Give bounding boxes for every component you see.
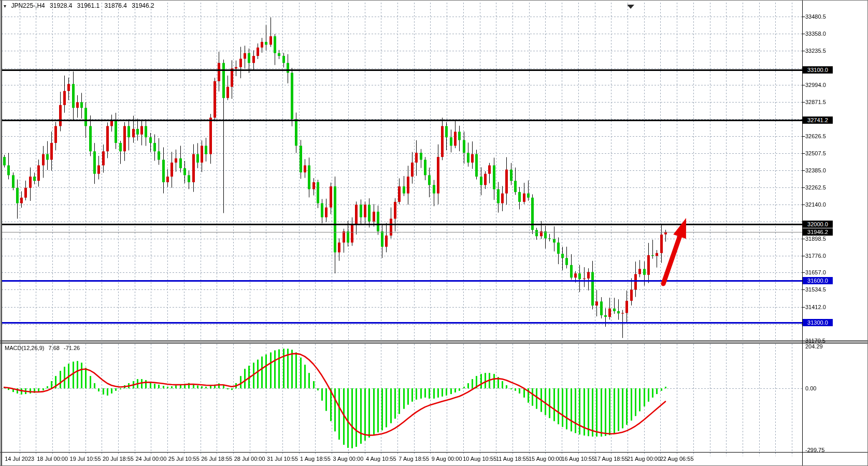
- time-axis-label: 21 Aug 00:00: [627, 456, 661, 462]
- readout-open: 31928.4: [50, 2, 72, 9]
- time-axis-label: 7 Aug 18:55: [399, 456, 429, 462]
- price-tick-label: 33480.5: [805, 13, 826, 20]
- time-axis-label: 31 Jul 10:55: [267, 456, 298, 462]
- time-axis-label: 9 Aug 00:00: [432, 456, 462, 462]
- time-axis-label: 18 Jul 00:00: [37, 456, 68, 462]
- macd-axis-label: 204.29: [805, 343, 823, 350]
- time-axis-label: 24 Jul 00:00: [135, 456, 166, 462]
- price-tick-label: 31657.0: [805, 269, 826, 276]
- price-tick-label: 31412.0: [805, 304, 826, 311]
- price-tick-label: 32871.5: [805, 99, 826, 106]
- price-tick-label: 32626.5: [805, 133, 826, 140]
- readout-low: 31876.4: [105, 2, 127, 9]
- macd-axis-label: -299.75: [805, 447, 824, 454]
- trading-chart-window: ▾ JPN225-,H4 31928.4 31961.1 31876.4 319…: [0, 0, 868, 466]
- time-axis-label: 10 Aug 10:55: [463, 456, 496, 462]
- time-axis-label: 28 Jul 00:00: [234, 456, 265, 462]
- price-tick-label: 31534.5: [805, 286, 826, 293]
- macd-axis-label: 0.00: [805, 385, 816, 392]
- price-tick-label: 33235.5: [805, 48, 826, 54]
- time-axis-label: 3 Aug 00:00: [333, 456, 364, 462]
- macd-name: MACD(12,26,9): [5, 345, 44, 351]
- price-badge: 31600.0: [803, 277, 833, 284]
- time-axis-label: 1 Aug 18:55: [300, 456, 331, 462]
- price-tick-label: 32994.0: [805, 82, 826, 89]
- time-axis-label: 20 Jul 18:55: [103, 456, 134, 462]
- macd-signal-value: -71.26: [64, 345, 80, 351]
- time-axis-label: 25 Jul 10:55: [168, 456, 200, 462]
- time-axis-label: 16 Aug 10:55: [561, 456, 595, 462]
- price-badge: 33100.0: [803, 66, 833, 74]
- time-axis-label: 11 Aug 18:55: [496, 456, 529, 462]
- macd-indicator-label: MACD(12,26,9) 7.68 -71.26: [5, 345, 82, 351]
- price-tick-label: 32262.5: [805, 184, 826, 191]
- price-badge: 31300.0: [803, 319, 833, 326]
- time-axis-label: 26 Jul 18:55: [201, 456, 232, 462]
- symbol-readout: ▾ JPN225-,H4 31928.4 31961.1 31876.4 319…: [4, 2, 158, 9]
- chart-shift-marker-icon[interactable]: [627, 5, 634, 9]
- time-axis-label: 15 Aug 00:00: [529, 456, 562, 462]
- symbol-period: JPN225-,H4: [11, 2, 45, 9]
- time-axis-label: 19 Jul 10:55: [70, 456, 101, 462]
- price-tick-label: 33358.0: [805, 31, 826, 37]
- price-tick-label: 32507.5: [805, 150, 826, 157]
- time-axis-label: 14 Jul 2023: [5, 456, 34, 462]
- price-badge: 31946.2: [803, 228, 833, 236]
- price-badge: 32000.0: [803, 221, 833, 228]
- macd-value: 7.68: [48, 345, 59, 351]
- price-tick-label: 31898.5: [805, 236, 826, 242]
- readout-high: 31961.1: [77, 2, 99, 9]
- price-badge: 32741.2: [803, 116, 833, 124]
- price-tick-label: 32140.0: [805, 201, 826, 208]
- time-axis-label: 22 Aug 06:55: [660, 456, 694, 462]
- price-tick-label: 32385.0: [805, 167, 826, 174]
- expander-icon[interactable]: ▾: [4, 3, 6, 9]
- time-axis-label: 17 Aug 18:55: [594, 456, 628, 462]
- chart-canvas[interactable]: [1, 1, 868, 466]
- price-tick-label: 31776.0: [805, 253, 826, 259]
- time-axis-label: 4 Aug 10:55: [366, 456, 396, 462]
- readout-close: 31946.2: [132, 2, 154, 9]
